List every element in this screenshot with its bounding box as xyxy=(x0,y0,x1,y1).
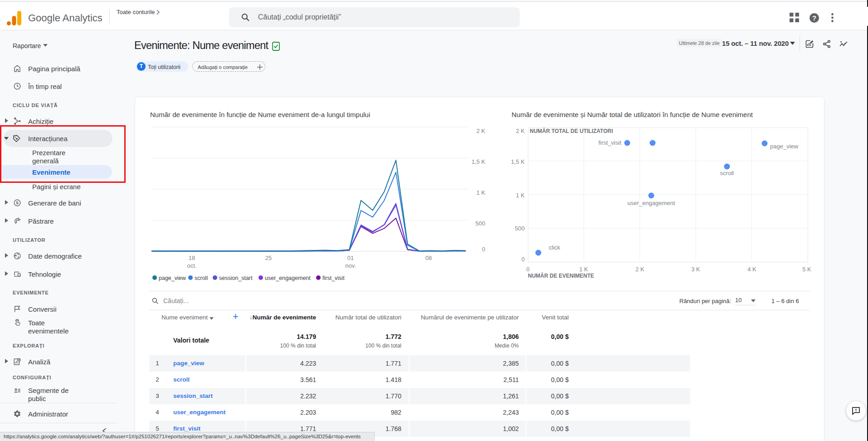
svg-text:$: $ xyxy=(16,200,19,205)
